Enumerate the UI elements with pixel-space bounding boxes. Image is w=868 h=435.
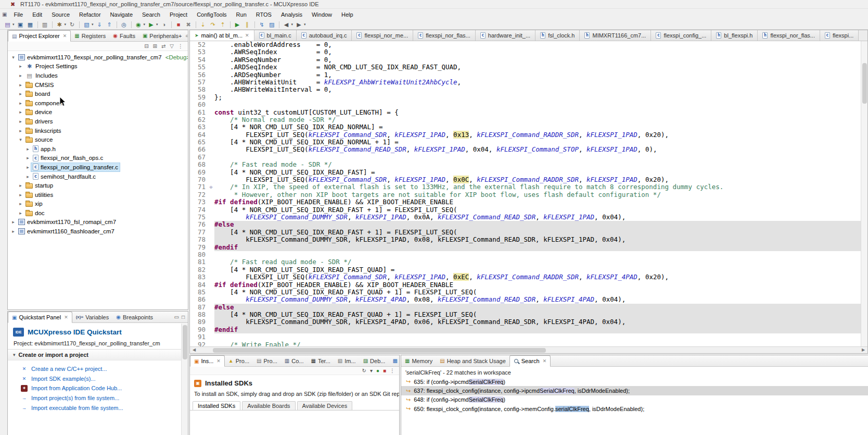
expand-arrow-icon[interactable]: ▸ [17,82,24,88]
explorer-tab-peripherals[interactable]: ▣Peripherals+ [139,30,186,41]
collapse-all-icon[interactable]: ⊟ [144,43,148,49]
search-panel-tab-memory[interactable]: ▦Memory [401,355,436,366]
menu-configtools[interactable]: ConfigTools [192,10,231,19]
menu-analysis[interactable]: Analysis [276,10,307,19]
search-result-row-3[interactable]: ↪650: flexspi_clock_config(instance, con… [401,404,868,413]
menu-source[interactable]: Source [47,10,74,19]
editor-tab-flexspi[interactable]: cflexspi... [820,30,859,41]
editor-horizontal-scrollbar[interactable]: ◀ ▶ [190,346,867,353]
tree-item-device[interactable]: ▸device [8,108,188,117]
search-result-row-1[interactable]: ↪637: flexspi_clock_config(instance, con… [401,386,868,395]
menu-run[interactable]: Run [232,10,251,19]
print-button[interactable]: ▥ [41,20,49,29]
view-menu-icon[interactable]: ⋮ [178,43,183,49]
tree-item-flexspi-nor-flash-ops-c[interactable]: ▸cflexspi_nor_flash_ops.c [8,154,188,163]
editor-tab-mimxrt1166-cm7[interactable]: hMIMXRT1166_cm7... [580,30,651,41]
step-return-button[interactable]: ⇡ [219,20,227,29]
new-c-project-button[interactable]: ▧ [82,20,91,29]
window-menu-icon[interactable]: ▣ [2,11,7,17]
filter-icon[interactable]: ▽ [170,43,174,49]
import-button[interactable]: ⇓ [95,20,104,29]
editor-tab-flexspi-config[interactable]: cflexspi_config_... [651,30,711,41]
run-button[interactable]: ▶ [147,20,156,29]
flash-program-button[interactable]: ↯ [258,20,266,29]
editor-tab-flexspi-nor-me[interactable]: cflexspi_nor_me... [352,30,413,41]
step-over-button[interactable]: ↷ [209,20,218,29]
expand-arrow-icon[interactable]: ▸ [24,155,31,160]
link-with-editor-icon[interactable]: ⇄ [161,43,165,49]
menu-refactor[interactable]: Refactor [74,10,106,19]
forward-button[interactable]: ▶ [295,20,303,29]
terminate-button[interactable]: ■ [174,20,183,29]
sdk-panel-tab-pro[interactable]: ▲Pro... [225,355,253,366]
explorer-tab-project-explorer[interactable]: ▤Project Explorer✕ [8,30,71,42]
step-into-button[interactable]: ⇣ [199,20,208,29]
scroll-left-icon[interactable]: ◀ [191,347,197,352]
sdk-panel-tab-deb[interactable]: ▨Deb... [360,355,389,366]
close-icon[interactable]: ✕ [216,358,221,364]
profile-button[interactable]: ◑ [160,20,169,29]
refresh-icon[interactable]: ↻ [362,368,366,374]
expand-arrow-icon[interactable]: ▾ [17,137,24,142]
menu-file[interactable]: File [9,10,28,19]
expand-arrow-icon[interactable]: ▸ [17,64,24,69]
build-button[interactable]: ✱ [55,20,64,29]
quickstart-tab-breakpoints[interactable]: ◉Breakpoints [112,312,157,322]
memory-erase-button[interactable]: ▨ [267,20,276,29]
quickstart-tab-quickstart-panel[interactable]: ▣Quickstart Panel✕ [8,312,72,323]
tree-item-flexspi-nor-polling-transfer-c[interactable]: ▸cflexspi_nor_polling_transfer.c [8,163,188,172]
search-result-row-0[interactable]: ↪635: if (config->ipcmdSerialClkFreq) [401,377,868,386]
expand-arrow-icon[interactable]: ▸ [17,201,24,206]
close-icon[interactable]: ✕ [543,358,547,364]
sdk-inner-tab-available-boards[interactable]: Available Boards [242,401,295,410]
expand-arrow-icon[interactable]: ▸ [10,219,17,225]
sdk-panel-tab-ter[interactable]: ▦Ter... [307,355,334,366]
expand-arrow-icon[interactable]: ▸ [24,146,31,152]
expand-arrow-icon[interactable]: ▸ [17,128,24,133]
sdk-panel-tab-im[interactable]: ▧Im... [334,355,360,366]
expand-arrow-icon[interactable]: ▸ [17,119,24,124]
tree-item-semihost-hardfault-c[interactable]: ▸csemihost_hardfault.c [8,172,188,181]
tree-item-linkscripts[interactable]: ▸linkscripts [8,126,188,135]
tree-item-component[interactable]: ▸component [8,98,188,108]
editor-tab-hardware-init[interactable]: chardware_init_... [476,30,535,41]
close-icon[interactable]: ✕ [245,33,249,38]
sdk-panel-tab-ins[interactable]: ▣Ins...✕ [190,355,225,367]
editor-tab-flexspi-nor-flas[interactable]: cflexspi_nor_flas... [413,30,476,41]
tree-item-startup[interactable]: ▸startup [8,181,188,190]
sdk-panel-tab-pro[interactable]: ▤Pro... [253,355,281,366]
debug-dropdown-icon[interactable]: ▾ [144,22,146,27]
tree-item-evkbmimxrt1170-flexspi-nor-polling-transfer-cm7[interactable]: ▾evkbmimxrt1170_flexspi_nor_polling_tran… [8,53,188,62]
export-button[interactable]: ⇑ [105,20,114,29]
tree-item-evkbmimxrt1170-fsl-romapi-cm7[interactable]: ▸evkbmimxrt1170_fsl_romapi_cm7 [8,218,188,227]
save-button[interactable]: ▣ [16,20,25,29]
back-dropdown-icon[interactable]: ▾ [291,22,293,27]
run-dropdown-icon[interactable]: ▾ [156,22,158,27]
scrollbar-thumb[interactable] [213,348,546,353]
build-dropdown-icon[interactable]: ▾ [65,22,67,27]
tree-item-drivers[interactable]: ▸drivers [8,117,188,126]
editor-tab-autobaud-irq-c[interactable]: cautobaud_irq.c [297,30,352,41]
close-icon[interactable]: ✕ [64,315,68,320]
editor-vertical-scrollbar[interactable] [861,41,867,347]
expand-arrow-icon[interactable]: ▸ [24,165,31,170]
debug-button[interactable]: ◉ [134,20,143,29]
scrollbar-thumb[interactable] [862,63,867,104]
editor-tab-main-at-bl-m[interactable]: ➤main() at bl_m...✕ [190,30,254,41]
menu-help[interactable]: Help [337,10,358,19]
resume-button[interactable]: ▶ [233,20,242,29]
expand-all-icon[interactable]: ⊞ [153,43,157,49]
quickstart-section-header[interactable]: ▾ Create or import a project [8,349,188,361]
quickstart-link-import-project-s-from-file-system[interactable]: →Import project(s) from file system... [13,393,176,403]
save-all-button[interactable]: ▦ [26,20,35,29]
sdk-panel-tab-offl[interactable]: ▩Offl... [389,355,400,366]
quickstart-scrollbar[interactable] [181,324,188,435]
search-button[interactable]: ◎ [120,20,129,29]
disconnect-button[interactable]: ✖ [184,20,193,29]
menu-project[interactable]: Project [165,10,192,19]
expand-arrow-icon[interactable]: ▾ [10,55,17,60]
editor-tab-bl-main-c[interactable]: cbl_main.c [254,30,297,41]
explorer-tab-faults[interactable]: ◉Faults [109,30,139,41]
search-panel-tab-search[interactable]: Search✕ [509,355,551,367]
quickstart-link-import-executable-from-file-system[interactable]: →Import executable from file system... [13,403,176,413]
